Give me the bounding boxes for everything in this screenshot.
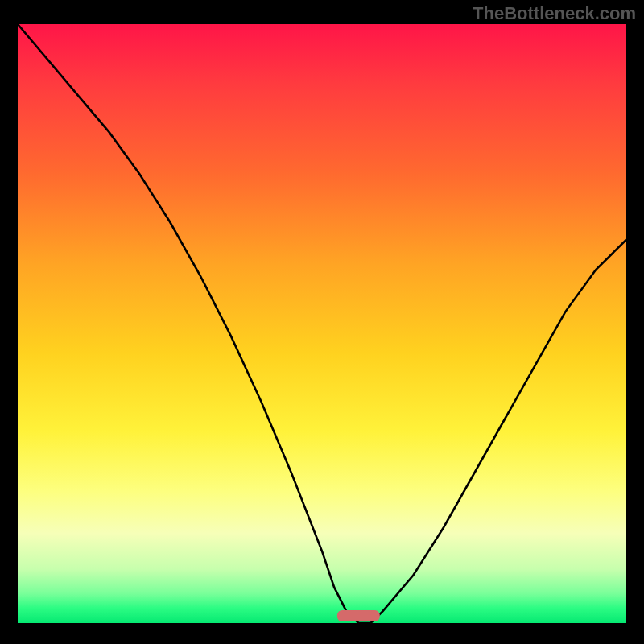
bottleneck-curve	[18, 24, 626, 623]
watermark-text: TheBottleneck.com	[473, 3, 636, 24]
plot-svg	[18, 24, 626, 623]
optimal-marker	[337, 610, 380, 621]
chart-canvas: TheBottleneck.com	[0, 0, 644, 644]
plot-area	[18, 24, 626, 623]
